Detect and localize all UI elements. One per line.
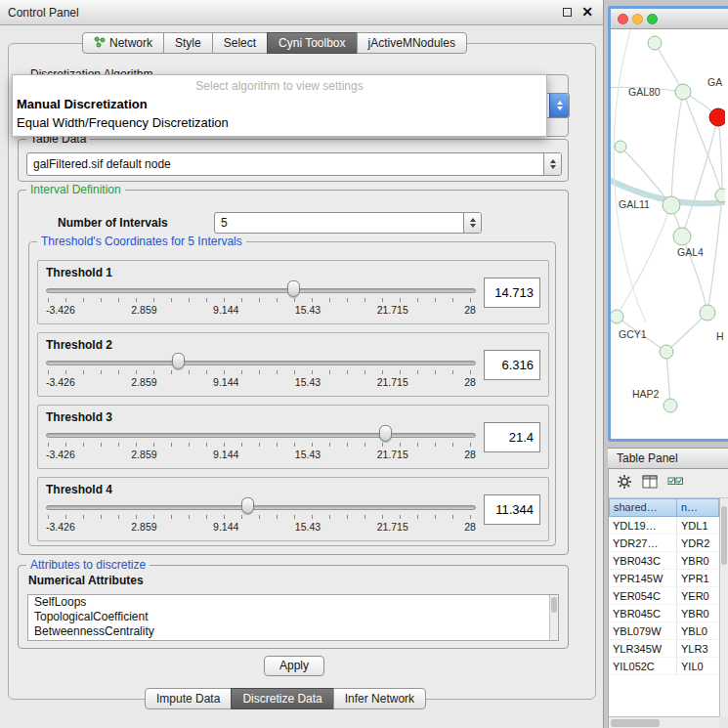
column-header-name[interactable]: n… xyxy=(677,498,719,517)
table-cell[interactable]: YBR045C xyxy=(609,605,677,621)
scrollbar-thumb[interactable] xyxy=(721,506,727,565)
tab-impute-data[interactable]: Impute Data xyxy=(145,688,232,709)
list-item[interactable]: SelfLoops xyxy=(28,595,558,610)
threshold-2-slider[interactable]: -3.4262.8599.14415.4321.71528 xyxy=(46,333,476,398)
combobox-stepper-icon[interactable] xyxy=(543,153,561,175)
tab-discretize-data[interactable]: Discretize Data xyxy=(231,688,333,709)
threshold-3-slider[interactable]: -3.4262.8599.14415.4321.71528 xyxy=(46,406,476,470)
table-cell[interactable]: YBL0 xyxy=(677,622,719,639)
slider-track[interactable] xyxy=(46,433,476,438)
float-window-icon[interactable] xyxy=(563,8,572,17)
scrollbar-thumb[interactable] xyxy=(611,719,660,727)
table-cell[interactable]: YPR1 xyxy=(677,570,719,586)
table-cell[interactable]: YDR2 xyxy=(677,535,719,551)
table-cell[interactable]: YER0 xyxy=(677,587,719,604)
tab-cyni-toolbox[interactable]: Cyni Toolbox xyxy=(267,32,357,54)
threshold-1-value-field[interactable] xyxy=(484,278,540,308)
table-vertical-scrollbar[interactable] xyxy=(719,498,728,716)
network-node[interactable] xyxy=(675,84,691,100)
table-cell[interactable]: YBR0 xyxy=(677,552,719,569)
table-cell[interactable]: YDR27… xyxy=(609,535,677,551)
table-row[interactable]: YBR043CYBR0 xyxy=(609,552,719,570)
list-item[interactable]: BetweennessCentrality xyxy=(28,624,558,639)
dropdown-placeholder-option[interactable]: Select algorithm to view settings xyxy=(13,75,546,95)
table-cell[interactable]: YIL0 xyxy=(677,658,719,674)
slider-track[interactable] xyxy=(46,361,476,365)
threshold-3-value-field[interactable] xyxy=(484,422,540,452)
threshold-2-value-field[interactable] xyxy=(484,350,540,380)
show-columns-icon[interactable] xyxy=(642,475,658,492)
gear-icon[interactable] xyxy=(617,474,632,493)
table-row[interactable]: YDL19…YDL1 xyxy=(609,517,719,535)
slider-thumb[interactable] xyxy=(379,425,392,442)
table-cell[interactable]: YPR145W xyxy=(609,570,677,586)
table-row[interactable]: YIL052CYIL0 xyxy=(609,658,719,675)
table-cell[interactable]: YBR043C xyxy=(609,552,677,569)
numerical-attributes-list[interactable]: SelfLoops TopologicalCoefficient Between… xyxy=(27,594,559,641)
tab-network[interactable]: Network xyxy=(82,32,164,54)
slider-thumb[interactable] xyxy=(172,353,185,369)
mac-minimize-light-icon[interactable] xyxy=(632,14,643,24)
mac-close-light-icon[interactable] xyxy=(618,14,628,24)
slider-thumb[interactable] xyxy=(241,497,254,514)
select-all-columns-icon[interactable] xyxy=(667,475,684,492)
network-window-titlebar[interactable] xyxy=(611,9,728,29)
tab-select[interactable]: Select xyxy=(212,32,268,54)
tab-label: Infer Network xyxy=(345,692,414,706)
network-node[interactable] xyxy=(700,305,715,321)
close-icon[interactable]: ✕ xyxy=(581,4,593,20)
slider-thumb[interactable] xyxy=(287,280,300,297)
table-row[interactable]: YLR345WYLR3 xyxy=(609,640,719,658)
table-row[interactable]: YBL079WYBL0 xyxy=(609,622,719,640)
table-cell[interactable]: YBR0 xyxy=(677,605,719,621)
apply-button[interactable]: Apply xyxy=(264,656,324,676)
table-cell[interactable]: YLR345W xyxy=(609,640,677,657)
combobox-stepper-icon[interactable] xyxy=(549,94,569,117)
slider-track[interactable] xyxy=(46,505,476,510)
table-panel-titlebar[interactable]: Table Panel xyxy=(608,448,728,469)
network-node[interactable] xyxy=(664,399,677,412)
table-row[interactable]: YBR045CYBR0 xyxy=(609,605,719,622)
network-node[interactable] xyxy=(648,36,662,50)
scrollbar-thumb[interactable] xyxy=(551,597,557,613)
column-header-shared-name[interactable]: shared… xyxy=(609,498,677,517)
control-panel-window: Control Panel ✕ Network Style Select Cyn… xyxy=(0,0,604,728)
network-canvas[interactable]: GAL80GAGAL11GAL4GCY1HAP2H xyxy=(611,29,728,439)
table-cell[interactable]: YDL19… xyxy=(609,517,677,534)
network-node[interactable] xyxy=(660,345,673,359)
tab-infer-network[interactable]: Infer Network xyxy=(333,688,426,709)
table-cell[interactable]: YER054C xyxy=(609,587,677,604)
network-view-window[interactable]: GAL80GAGAL11GAL4GCY1HAP2H xyxy=(608,6,728,442)
network-node[interactable] xyxy=(715,189,725,202)
network-node[interactable] xyxy=(663,196,680,214)
dropdown-option-equal-width-frequency[interactable]: Equal Width/Frequency Discretization xyxy=(13,113,546,132)
tab-label: Network xyxy=(109,36,152,50)
combobox-stepper-icon[interactable] xyxy=(463,213,481,233)
threshold-1-slider[interactable]: -3.4262.8599.14415.4321.71528 xyxy=(46,261,476,325)
table-row[interactable]: YER054CYER0 xyxy=(609,587,719,605)
number-of-intervals-combobox[interactable]: 5 xyxy=(214,212,482,234)
dropdown-option-manual-discretization[interactable]: Manual Discretization xyxy=(13,95,546,113)
network-node[interactable] xyxy=(673,228,691,245)
control-panel-titlebar[interactable]: Control Panel ✕ xyxy=(0,0,603,25)
table-panel: shared… n… YDL19…YDL1YDR27…YDR2YBR043CYB… xyxy=(608,469,728,728)
threshold-4-value-field[interactable] xyxy=(484,494,540,525)
list-scrollbar[interactable] xyxy=(549,595,558,640)
slider-track[interactable] xyxy=(46,288,476,293)
tab-jactivemnodules[interactable]: jActiveMNodules xyxy=(357,32,467,54)
network-node[interactable] xyxy=(611,310,623,323)
table-row[interactable]: YDR27…YDR2 xyxy=(609,535,719,552)
threshold-4-slider[interactable]: -3.4262.8599.14415.4321.71528 xyxy=(46,478,476,542)
list-item[interactable]: TopologicalCoefficient xyxy=(28,610,558,624)
mac-zoom-light-icon[interactable] xyxy=(647,14,658,24)
table-cell[interactable]: YLR3 xyxy=(677,640,719,657)
table-row[interactable]: YPR145WYPR1 xyxy=(609,570,719,587)
network-node[interactable] xyxy=(615,141,626,152)
table-cell[interactable]: YIL052C xyxy=(609,658,677,674)
table-data-combobox[interactable]: galFiltered.sif default node xyxy=(26,152,562,176)
table-horizontal-scrollbar[interactable] xyxy=(609,716,719,728)
table-cell[interactable]: YBL079W xyxy=(609,622,677,639)
network-node[interactable] xyxy=(709,108,725,126)
tab-style[interactable]: Style xyxy=(163,32,213,54)
table-cell[interactable]: YDL1 xyxy=(677,517,719,534)
